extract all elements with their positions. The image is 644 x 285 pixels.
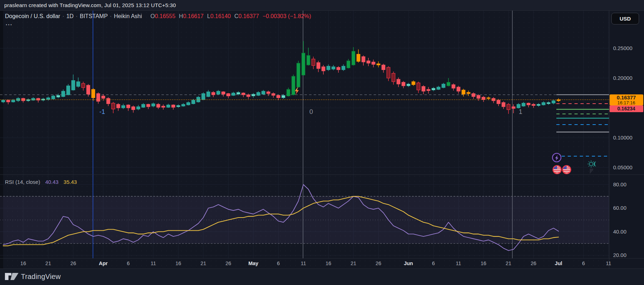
candle-body [497,100,500,104]
time-axis-label: May [248,261,258,266]
interval-label[interactable]: 1D [66,13,73,19]
legend-separator: · [76,13,77,19]
candle-body [407,84,410,86]
candle-body [182,104,185,106]
flash-marker-circle-icon[interactable] [552,153,561,162]
candle-body [222,92,225,94]
candle-body [337,67,340,70]
candle-body [167,105,170,108]
candle-body [106,98,110,104]
low-label: L [207,13,210,19]
candle-body [56,95,60,97]
candle-body [97,94,100,102]
candle-body [302,53,305,75]
candle-body [517,104,521,108]
rsi-axis-label: 40.00 [613,229,627,235]
candle-body [307,55,310,65]
candle-body [342,66,345,70]
rsi-indicator-legend[interactable]: RSI (14, close) 40.43 35.43 [5,179,77,185]
time-axis-label: 26 [375,261,381,266]
change-value: −0.00303 (−1.82%) [263,13,311,19]
candle-body [462,90,465,94]
candle-body [442,84,445,88]
time-axis-label: 6 [127,261,130,266]
time-axis-label: 16 [481,261,486,266]
time-axis-label: 26 [225,261,231,266]
time-axis-label: 11 [456,261,461,266]
candle-body [292,76,295,95]
legend-separator: · [62,13,64,19]
candle-body [552,101,555,103]
candle-body [437,87,440,89]
candle-body [522,103,525,106]
candle-body [252,94,255,96]
tradingview-logo-icon [5,272,19,281]
candle-body [377,64,380,65]
candle-body [101,96,105,98]
current-price-badge: 0.1637716:17:16 [610,94,643,105]
us-flag-event-icon[interactable] [553,166,561,174]
price-axis-label: 0.20000 [613,75,632,81]
candle-body [367,61,370,63]
event-line-label: -1 [99,108,105,115]
time-axis-label: 21 [351,261,356,266]
bottom-strip [0,269,644,285]
candle-body [257,92,260,95]
chart-type-label: Heikin Ashi [114,13,142,19]
candle-body [156,104,160,107]
rsi-title[interactable]: RSI (14, close) [5,179,40,185]
candle-body [447,82,450,86]
chart-canvas[interactable]: -1010.250000.200000.100000.050000.163771… [0,0,644,285]
candle-body [502,103,505,107]
candle-body [92,89,95,98]
candle-body [297,63,300,87]
candle-body [327,66,330,70]
candle-body [507,104,510,110]
time-axis-label: 16 [20,261,26,266]
candle-body [117,104,120,108]
indicators-collapsed-ellipsis[interactable]: ... [6,20,12,27]
time-axis-label: Apr [99,261,108,266]
time-axis-label: 11 [150,261,156,266]
candle-body [372,62,375,65]
candle-body [352,51,355,65]
tradingview-watermark[interactable]: TradingView [5,272,61,281]
time-axis-label: Jul [555,261,562,266]
candle-body [111,103,115,109]
time-axis-label: Jun [404,261,413,266]
us-flag-event-icon[interactable] [563,166,571,174]
candle-body [322,67,325,71]
candle-body [46,98,50,99]
symbol-legend[interactable]: Dogecoin / U.S. dollar·1D·BITSTAMP·Heiki… [5,13,311,20]
time-axis-label: 16 [175,261,181,266]
time-axis-label: 6 [582,261,585,266]
rsi-axis-label: 20.00 [613,252,627,258]
time-axis-label: 11 [301,261,306,266]
symbol-name[interactable]: Dogecoin / U.S. dollar [5,13,60,19]
candle-body [482,97,485,100]
candle-body [137,107,140,109]
candle-body [477,95,480,98]
candle-body [61,91,65,97]
rsi-ma-value: 35.43 [64,179,77,185]
svg-text:0.16377: 0.16377 [617,94,636,100]
candle-body [487,98,490,98]
ohlc-values: O0.16555H0.16617L0.16140C0.16377−0.00303… [147,13,311,19]
rsi-axis-label: 60.00 [613,205,627,211]
time-axis-label: 16 [325,261,331,266]
currency-toggle-button[interactable]: USD [611,13,639,24]
candle-body [277,95,280,98]
exchange-label[interactable]: BITSTAMP [80,13,108,19]
rsi-band [0,196,609,243]
candle-body [1,100,5,102]
candle-body [187,103,190,105]
event-line-label: 1 [519,108,522,115]
candle-body [211,92,215,95]
candle-body [427,89,430,91]
candle-body [247,95,250,97]
close-label: C [235,13,239,19]
candle-body [232,93,235,95]
candle-body [192,100,195,104]
candle-body [272,94,275,95]
tradingview-logo-text: TradingView [21,273,61,281]
